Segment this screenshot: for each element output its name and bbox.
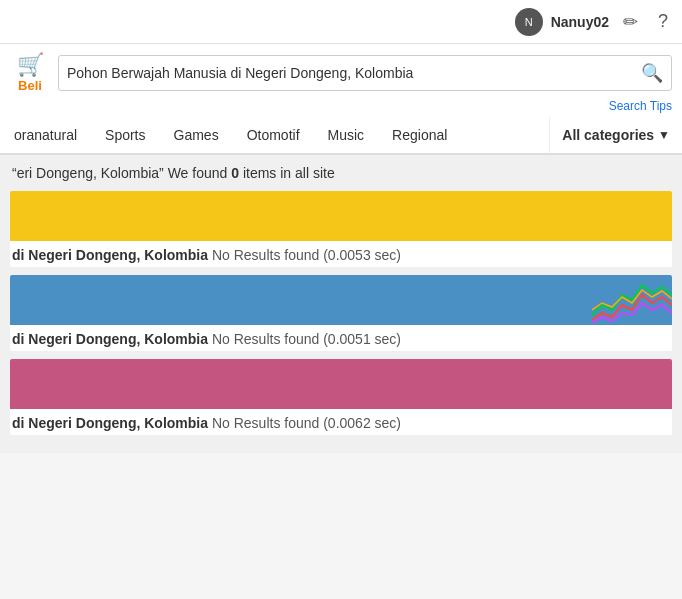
chart-mini [592, 275, 672, 325]
search-area: 🛒 Beli 🔍 [0, 44, 682, 97]
cat-item-oranatural[interactable]: oranatural [0, 117, 91, 153]
logo: 🛒 Beli [10, 52, 50, 93]
cat-item-games[interactable]: Games [160, 117, 233, 153]
cat-item-regional[interactable]: Regional [378, 117, 461, 153]
chevron-down-icon: ▼ [658, 128, 670, 142]
all-categories-button[interactable]: All categories ▼ [549, 117, 682, 153]
result-noresult-1: No Results found (0.0053 sec) [212, 247, 401, 263]
result-count: 0 [231, 165, 239, 181]
top-bar: N Nanuy02 ✏ ? [0, 0, 682, 44]
cart-icon: 🛒 [17, 52, 44, 78]
result-label-2: di Negeri Dongeng, Kolombia No Results f… [10, 325, 672, 351]
logo-text: Beli [18, 78, 42, 93]
avatar: N [515, 8, 543, 36]
search-tips-link[interactable]: Search Tips [609, 99, 672, 113]
result-header-text: items in all site [243, 165, 335, 181]
result-block-1: di Negeri Dongeng, Kolombia No Results f… [10, 191, 672, 267]
result-noresult-2: No Results found (0.0051 sec) [212, 331, 401, 347]
user-area: N Nanuy02 ✏ ? [515, 8, 674, 36]
result-query-3: di Negeri Dongeng, Kolombia [12, 415, 208, 431]
result-header: “eri Dongeng, Kolombia” We found 0 items… [10, 165, 672, 181]
category-nav: oranatural Sports Games Otomotif Music R… [0, 117, 682, 155]
result-noresult-3: No Results found (0.0062 sec) [212, 415, 401, 431]
result-label-1: di Negeri Dongeng, Kolombia No Results f… [10, 241, 672, 267]
result-query-2: di Negeri Dongeng, Kolombia [12, 331, 208, 347]
result-bar-blue [10, 275, 672, 325]
result-bar-pink [10, 359, 672, 409]
results-area: “eri Dongeng, Kolombia” We found 0 items… [0, 155, 682, 453]
search-button[interactable]: 🔍 [641, 62, 663, 84]
result-bar-yellow [10, 191, 672, 241]
edit-button[interactable]: ✏ [617, 9, 644, 35]
search-box: 🔍 [58, 55, 672, 91]
search-tip-row: Search Tips [0, 97, 682, 117]
cat-item-music[interactable]: Music [314, 117, 379, 153]
cat-item-sports[interactable]: Sports [91, 117, 159, 153]
result-query-label: eri Dongeng, Kolombia [17, 165, 159, 181]
help-button[interactable]: ? [652, 9, 674, 34]
search-input[interactable] [67, 65, 641, 81]
username-label: Nanuy02 [551, 14, 609, 30]
result-query-1: di Negeri Dongeng, Kolombia [12, 247, 208, 263]
result-label-3: di Negeri Dongeng, Kolombia No Results f… [10, 409, 672, 435]
result-block-2: di Negeri Dongeng, Kolombia No Results f… [10, 275, 672, 351]
cat-item-otomotif[interactable]: Otomotif [233, 117, 314, 153]
result-block-3: di Negeri Dongeng, Kolombia No Results f… [10, 359, 672, 435]
